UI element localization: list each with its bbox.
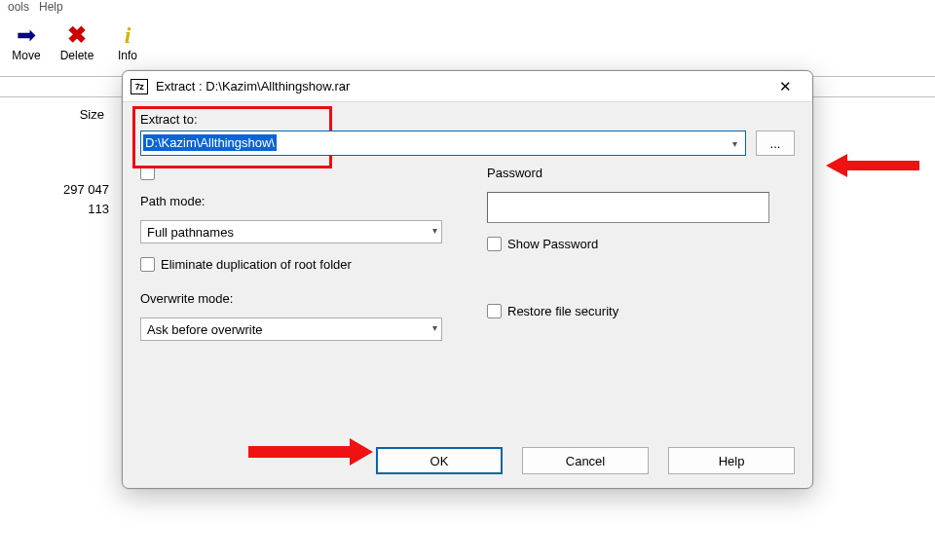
chevron-down-icon[interactable]: ▾ (725, 132, 744, 154)
help-button[interactable]: Help (668, 447, 795, 474)
browse-button[interactable]: ... (756, 131, 795, 156)
extract-to-label: Extract to: (140, 112, 795, 127)
extract-dialog: 7z Extract : D:\Kazim\Allthingshow.rar ✕… (122, 70, 813, 489)
toolbar-move-button[interactable]: ➡ Move (2, 21, 51, 62)
close-button[interactable]: ✕ (764, 73, 806, 100)
eliminate-duplication-checkbox[interactable] (140, 257, 155, 272)
menu-help[interactable]: Help (39, 0, 63, 18)
ok-button[interactable]: OK (376, 447, 503, 474)
info-icon: i (103, 21, 152, 49)
seven-zip-icon: 7z (131, 79, 148, 94)
dialog-title: Extract : D:\Kazim\Allthingshow.rar (156, 79, 756, 93)
delete-x-icon: ✖ (53, 21, 101, 49)
main-menu-bar: ools Help (0, 0, 935, 18)
password-label: Password (487, 166, 795, 180)
path-mode-select[interactable]: Full pathnames ▾ (140, 220, 442, 243)
unnamed-checkbox[interactable] (140, 166, 155, 180)
size-column-values: 297 047 113 (0, 180, 117, 219)
close-icon: ✕ (779, 78, 792, 95)
restore-security-label: Restore file security (507, 304, 618, 318)
overwrite-mode-select[interactable]: Ask before overwrite ▾ (140, 317, 442, 341)
svg-marker-0 (826, 154, 919, 177)
show-password-checkbox[interactable] (487, 237, 502, 251)
annotation-arrow-browse (826, 151, 923, 180)
file-row-size[interactable]: 113 (0, 200, 109, 219)
extract-to-combo[interactable]: D:\Kazim\Allthingshow\ ▾ (140, 131, 746, 156)
restore-security-checkbox[interactable] (487, 304, 502, 318)
toolbar-delete-label: Delete (53, 49, 101, 62)
column-header-size[interactable]: Size (0, 107, 112, 122)
eliminate-duplication-label: Eliminate duplication of root folder (161, 257, 352, 272)
path-mode-value: Full pathnames (147, 225, 234, 240)
overwrite-mode-label: Overwrite mode: (140, 291, 448, 306)
dialog-titlebar: 7z Extract : D:\Kazim\Allthingshow.rar ✕ (123, 71, 812, 102)
toolbar-delete-button[interactable]: ✖ Delete (53, 21, 101, 62)
chevron-down-icon: ▾ (432, 225, 437, 236)
cancel-button[interactable]: Cancel (522, 447, 649, 474)
path-mode-label: Path mode: (140, 194, 448, 208)
main-toolbar: ➡ Move ✖ Delete i Info (0, 18, 935, 74)
arrow-right-icon: ➡ (2, 21, 51, 49)
dialog-button-row: OK Cancel Help (140, 437, 795, 474)
extract-to-input[interactable] (140, 131, 746, 156)
file-row-size[interactable]: 297 047 (0, 180, 109, 200)
toolbar-move-label: Move (2, 49, 51, 62)
overwrite-mode-value: Ask before overwrite (147, 322, 263, 337)
toolbar-info-label: Info (103, 49, 152, 62)
menu-tools[interactable]: ools (8, 0, 29, 18)
show-password-label: Show Password (507, 237, 598, 251)
toolbar-info-button[interactable]: i Info (103, 21, 152, 62)
chevron-down-icon: ▾ (432, 322, 437, 333)
password-input[interactable] (487, 192, 769, 223)
